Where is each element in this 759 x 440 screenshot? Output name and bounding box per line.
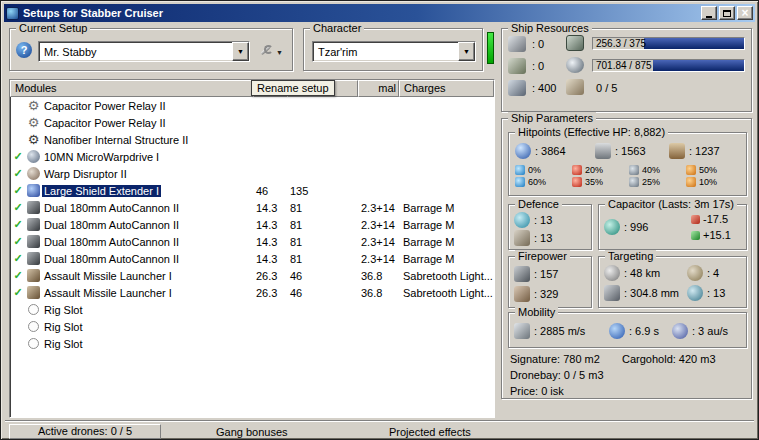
module-cpu: 26.3	[254, 270, 288, 282]
help-icon[interactable]	[16, 42, 32, 58]
launcher-icon	[27, 269, 40, 282]
launcher-icon	[27, 286, 40, 299]
modules-list[interactable]: Modules mal Charges Rename setup Capacit…	[9, 79, 495, 418]
module-cpu: 46	[254, 185, 288, 197]
module-pg: 81	[288, 236, 359, 248]
module-name-cell: Rig Slot	[42, 304, 254, 316]
chevron-down-icon[interactable]	[458, 42, 475, 61]
warp-speed-icon	[672, 323, 688, 339]
module-pg: 46	[288, 270, 359, 282]
module-row[interactable]: Nanofiber Internal Structure II	[11, 131, 493, 148]
module-name: Dual 180mm AutoCannon II	[42, 253, 181, 265]
current-setup-label: Current Setup	[16, 22, 90, 34]
armor-em-resist: 60%	[528, 177, 546, 187]
module-row[interactable]: ✓Dual 180mm AutoCannon II14.3812.3+14Bar…	[11, 250, 493, 267]
powergrid-bar-fill	[653, 60, 744, 71]
turret-hardpoint-icon	[508, 36, 526, 52]
minimize-icon	[706, 16, 712, 18]
module-name: Warp Disruptor II	[42, 168, 129, 180]
character-combobox[interactable]: Tzar'rim	[312, 41, 476, 62]
module-pg: 81	[288, 253, 359, 265]
gear-icon	[27, 99, 40, 112]
targeting-range-value: : 48 km	[624, 267, 660, 279]
targeting-label: Targeting	[605, 250, 656, 262]
module-row[interactable]: Capacitor Power Relay II	[11, 114, 493, 131]
close-button[interactable]	[737, 6, 753, 20]
module-row[interactable]: ✓Assault Missile Launcher I26.34636.8Sab…	[11, 284, 493, 301]
module-name-cell: Dual 180mm AutoCannon II	[42, 219, 254, 231]
rig-slot-icon	[28, 321, 39, 332]
module-row[interactable]: ✓Dual 180mm AutoCannon II14.3812.3+14Bar…	[11, 216, 493, 233]
module-cpu: 14.3	[254, 202, 288, 214]
character-label: Character	[310, 22, 364, 34]
tab-active-drones[interactable]: Active drones: 0 / 5	[9, 424, 161, 439]
maximize-button[interactable]	[719, 6, 735, 20]
window-title: Setups for Stabber Cruiser	[23, 7, 163, 19]
column-header-modules[interactable]: Modules	[10, 80, 253, 97]
missile-damage-value: : 329	[534, 288, 558, 300]
armor-thermal-resist: 35%	[585, 177, 603, 187]
ship-resources-group: Ship Resources : 0 : 0 : 400 256.3 / 375…	[501, 28, 752, 112]
kinetic-resists: 40% 25%	[629, 164, 686, 188]
chevron-down-icon[interactable]	[232, 42, 249, 61]
maximize-icon	[723, 10, 731, 17]
align-time-value: : 6.9 s	[629, 325, 659, 337]
minimize-button[interactable]	[701, 6, 717, 20]
shield-hp-value: : 3864	[535, 145, 566, 157]
module-row[interactable]: ✓Assault Missile Launcher I26.34636.8Sab…	[11, 267, 493, 284]
module-row[interactable]: ✓Large Shield Extender I46135	[11, 182, 493, 199]
module-icon-cell	[25, 133, 42, 146]
module-charge: Barrage M	[400, 253, 493, 265]
active-check-icon: ✓	[11, 252, 25, 265]
em-resists: 0% 60%	[515, 164, 572, 188]
mobility-group: Mobility : 2885 m/s : 6.9 s : 3 au/s	[508, 312, 747, 348]
module-row[interactable]: Rig Slot	[11, 318, 493, 335]
module-name-cell: Capacitor Power Relay II	[42, 100, 254, 112]
hitpoints-group: Hitpoints (Effective HP: 8,882) : 3864 :…	[508, 132, 747, 196]
character-combobox-value: Tzar'rim	[313, 46, 458, 58]
module-row[interactable]: Capacitor Power Relay II	[11, 97, 493, 114]
armor-kinetic-resist: 25%	[642, 177, 660, 187]
thermal-resists: 20% 35%	[572, 164, 629, 188]
module-name: Nanofiber Internal Structure II	[42, 134, 190, 146]
cargohold-value: Cargohold: 420 m3	[622, 353, 716, 365]
module-pg: 46	[288, 287, 359, 299]
setup-tools-button[interactable]	[256, 42, 286, 59]
cap-usage-icon	[691, 215, 700, 224]
gear-dark-icon	[27, 133, 40, 146]
max-targets-value: : 4	[707, 267, 719, 279]
tab-projected-effects[interactable]: Projected effects	[389, 426, 471, 438]
shield-explosive-resist: 50%	[699, 165, 717, 175]
module-cpu: 14.3	[254, 219, 288, 231]
title-bar[interactable]: Setups for Stabber Cruiser	[4, 4, 755, 22]
column-header-optimal[interactable]: mal	[358, 80, 399, 97]
mobility-label: Mobility	[515, 306, 558, 318]
module-name-cell: Rig Slot	[42, 338, 254, 350]
defence-label: Defence	[515, 198, 562, 210]
module-row[interactable]: ✓Dual 180mm AutoCannon II14.3812.3+14Bar…	[11, 233, 493, 250]
module-row[interactable]: ✓Warp Disruptor II	[11, 165, 493, 182]
capacitor-amount: : 996	[624, 221, 648, 233]
tab-gang-bonuses[interactable]: Gang bonuses	[216, 426, 288, 438]
armor-hp-icon	[595, 143, 611, 159]
setup-combobox[interactable]: Mr. Stabby	[38, 41, 250, 62]
module-name-cell: Capacitor Power Relay II	[42, 117, 254, 129]
autocannon-icon	[27, 235, 40, 248]
module-row[interactable]: ✓Dual 180mm AutoCannon II14.3812.3+14Bar…	[11, 199, 493, 216]
module-name-cell: Dual 180mm AutoCannon II	[42, 236, 254, 248]
active-check-icon: ✓	[11, 286, 25, 299]
active-check-icon: ✓	[11, 167, 25, 180]
defence-group: Defence : 13 : 13	[508, 204, 592, 250]
shield-extender-icon	[27, 184, 40, 197]
rig-calibration-icon	[566, 79, 584, 95]
resists-row: 0% 60% 20% 35% 40% 25% 50% 10%	[515, 164, 744, 188]
thermal-resist-icon	[572, 165, 582, 175]
module-row[interactable]: Rig Slot	[11, 301, 493, 318]
module-row[interactable]: ✓10MN MicroWarpdrive I	[11, 148, 493, 165]
module-charge: Barrage M	[400, 202, 493, 214]
module-row[interactable]: Rig Slot	[11, 335, 493, 352]
firepower-group: Firepower : 157 : 329	[508, 256, 592, 308]
column-header-charges[interactable]: Charges	[399, 80, 494, 97]
signature-value: Signature: 780 m2	[510, 353, 600, 365]
turret-hardpoints-value: : 0	[532, 38, 544, 50]
